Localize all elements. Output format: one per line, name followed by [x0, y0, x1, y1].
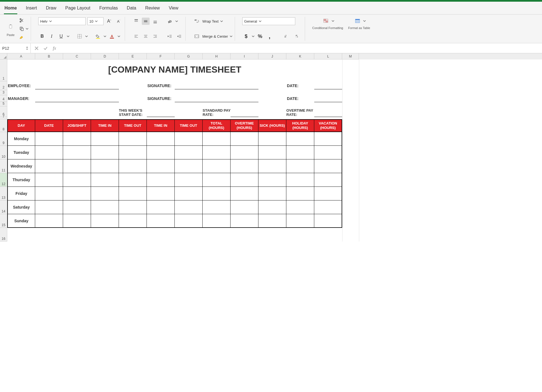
underline-button[interactable]: U	[57, 33, 65, 40]
tab-page-layout[interactable]: Page Layout	[65, 4, 91, 14]
bold-button[interactable]: B	[38, 33, 46, 40]
data-cell[interactable]	[35, 159, 63, 173]
data-cell[interactable]	[231, 159, 258, 173]
data-cell[interactable]	[91, 187, 119, 200]
align-middle-button[interactable]	[142, 18, 150, 25]
data-cell[interactable]	[314, 146, 342, 159]
font-name-dropdown[interactable]: Helv	[38, 17, 86, 25]
manager-field[interactable]	[35, 95, 119, 102]
data-cell[interactable]	[286, 132, 314, 146]
chevron-down-icon[interactable]	[332, 19, 334, 23]
row-header[interactable]: 7	[0, 117, 7, 119]
comma-button[interactable]: ,	[266, 33, 274, 40]
col-header[interactable]: H	[203, 53, 231, 59]
data-cell[interactable]	[119, 132, 147, 146]
chevron-down-icon[interactable]	[175, 19, 178, 23]
data-cell[interactable]	[314, 187, 342, 200]
data-cell[interactable]	[258, 200, 286, 214]
data-cell[interactable]	[203, 146, 231, 159]
signature-field[interactable]	[175, 82, 258, 89]
data-cell[interactable]	[35, 132, 63, 146]
number-format-dropdown[interactable]: General	[242, 17, 295, 25]
copy-button[interactable]	[18, 25, 26, 32]
chevron-down-icon[interactable]	[26, 27, 28, 31]
sheet-body[interactable]: [COMPANY NAME] TIMESHEET EMPLOYEE: SIGNA…	[7, 59, 542, 242]
data-cell[interactable]	[91, 200, 119, 214]
data-cell[interactable]	[258, 187, 286, 200]
row-header[interactable]: 16	[0, 228, 7, 242]
data-cell[interactable]	[147, 200, 175, 214]
name-box[interactable]: P12 ▲ ▼	[0, 43, 31, 53]
data-cell[interactable]	[63, 146, 91, 159]
chevron-down-icon[interactable]	[85, 34, 88, 39]
data-cell[interactable]	[314, 214, 342, 228]
format-painter-button[interactable]	[18, 34, 26, 41]
data-cell[interactable]	[286, 146, 314, 159]
font-size-dropdown[interactable]: 10	[87, 17, 104, 25]
col-header[interactable]: F	[147, 53, 175, 59]
data-cell[interactable]	[147, 146, 175, 159]
data-cell[interactable]	[91, 146, 119, 159]
stepper-down-icon[interactable]: ▼	[26, 48, 28, 51]
decrease-decimal-button[interactable]: .00→.0	[293, 33, 303, 40]
chevron-down-icon[interactable]	[67, 34, 69, 39]
row-header[interactable]: 3	[0, 90, 7, 95]
data-cell[interactable]	[91, 173, 119, 187]
align-bottom-button[interactable]	[151, 18, 159, 25]
data-cell[interactable]	[91, 132, 119, 146]
data-cell[interactable]	[231, 146, 258, 159]
borders-button[interactable]	[76, 33, 83, 40]
data-cell[interactable]	[35, 146, 63, 159]
data-cell[interactable]	[119, 214, 147, 228]
data-cell[interactable]	[147, 173, 175, 187]
format-as-table-button[interactable]	[352, 17, 363, 25]
col-header[interactable]: M	[342, 53, 359, 59]
font-color-button[interactable]: A	[108, 33, 116, 40]
data-cell[interactable]	[314, 200, 342, 214]
data-cell[interactable]	[119, 173, 147, 187]
tab-draw[interactable]: Draw	[45, 4, 57, 14]
data-cell[interactable]	[63, 200, 91, 214]
data-cell[interactable]	[175, 214, 203, 228]
data-cell[interactable]	[91, 214, 119, 228]
increase-font-button[interactable]: A^	[105, 18, 113, 25]
day-cell[interactable]: Thursday	[7, 173, 35, 187]
data-cell[interactable]	[286, 159, 314, 173]
data-cell[interactable]	[203, 173, 231, 187]
chevron-down-icon[interactable]	[363, 19, 366, 23]
data-cell[interactable]	[35, 200, 63, 214]
merge-center-button[interactable]: Merge & Center	[202, 34, 228, 39]
row-header[interactable]: 4	[0, 95, 7, 102]
data-cell[interactable]	[147, 132, 175, 146]
data-cell[interactable]	[119, 146, 147, 159]
tab-insert[interactable]: Insert	[25, 4, 37, 14]
wrap-text-button[interactable]: Wrap Text	[202, 19, 219, 23]
data-cell[interactable]	[258, 159, 286, 173]
align-left-button[interactable]	[132, 33, 140, 40]
row-header[interactable]: 8	[0, 119, 7, 132]
data-cell[interactable]	[203, 159, 231, 173]
row-header[interactable]: 15	[0, 214, 7, 228]
row-header[interactable]: 9	[0, 132, 7, 146]
percent-button[interactable]: %	[256, 33, 264, 40]
tab-formulas[interactable]: Formulas	[99, 4, 119, 14]
data-cell[interactable]	[63, 173, 91, 187]
data-cell[interactable]	[63, 132, 91, 146]
decrease-indent-button[interactable]	[166, 33, 174, 40]
data-cell[interactable]	[63, 159, 91, 173]
accept-formula-button[interactable]	[42, 45, 49, 52]
mgr-date-field[interactable]	[314, 95, 342, 102]
tab-review[interactable]: Review	[145, 4, 160, 14]
std-pay-field[interactable]	[231, 110, 258, 117]
align-top-button[interactable]	[132, 18, 140, 25]
row-header[interactable]: 12	[0, 173, 7, 187]
data-cell[interactable]	[175, 132, 203, 146]
data-cell[interactable]	[175, 173, 203, 187]
data-cell[interactable]	[35, 173, 63, 187]
data-cell[interactable]	[286, 214, 314, 228]
row-header[interactable]: 1	[0, 59, 7, 81]
data-cell[interactable]	[119, 200, 147, 214]
col-header[interactable]: J	[258, 53, 286, 59]
data-cell[interactable]	[231, 200, 258, 214]
employee-field[interactable]	[35, 82, 119, 89]
